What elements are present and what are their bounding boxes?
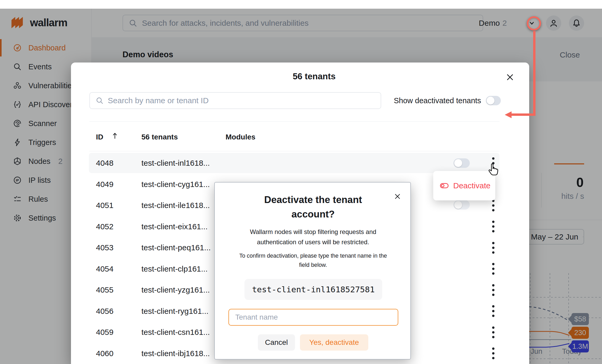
deactivate-confirm-modal: Deactivate the tenant account? Wallarm n… [214,182,411,360]
confirm-modal-close-button[interactable] [394,193,401,200]
tenant-id: 4049 [96,180,114,189]
tenant-id: 4056 [96,307,114,316]
toggle-knob [454,159,462,167]
tenant-id: 4054 [96,264,114,273]
tenant-id: 4051 [96,201,114,210]
tenants-modal-title: 56 tenants [71,71,557,81]
show-deactivated-toggle[interactable] [486,96,501,105]
toggle-knob [487,97,494,105]
tenant-name: test-client-eix161... [141,222,208,231]
tenants-modal-close-button[interactable] [505,72,515,82]
tenant-id: 4052 [96,222,114,231]
search-icon [96,97,104,105]
tenant-id: 4060 [96,349,114,358]
sort-ascending-icon[interactable] [111,132,119,140]
row-actions-menu-button[interactable] [487,199,499,211]
row-actions-menu-button[interactable] [487,326,499,338]
tenants-table-header: ID 56 tenants Modules [71,133,529,147]
row-actions-menu-button[interactable] [487,242,499,254]
tenant-name: test-client-ile1618... [141,201,210,210]
tenant-search-placeholder: Search by name or tenant ID [108,96,209,105]
tenant-name: test-client-ibj1618... [141,349,210,358]
column-header-id[interactable]: ID [96,133,103,141]
row-actions-menu: Deactivate [433,171,495,200]
row-actions-menu-button[interactable] [487,305,499,317]
deactivate-toggle-icon [440,181,449,190]
close-icon [505,72,515,82]
column-header-modules[interactable]: Modules [226,133,256,141]
divider [89,121,499,122]
tenant-name: test-client-cyg161... [141,180,210,189]
row-actions-menu-button[interactable] [487,263,499,275]
tenant-id: 4048 [96,159,114,168]
annotation-circle-highlight [527,16,541,30]
annotation-arrow-line-vertical [533,31,535,113]
close-icon [394,193,401,200]
tenant-search-input[interactable]: Search by name or tenant ID [89,92,381,109]
deactivate-menu-item[interactable]: Deactivate [440,181,491,190]
confirm-modal-title: Deactivate the tenant account? [242,193,384,221]
tenant-name: test-client-clp161... [141,264,208,273]
divider [89,151,499,151]
table-row[interactable]: 4048 test-client-inl1618... [71,152,529,174]
column-header-name[interactable]: 56 tenants [141,133,178,141]
tenant-name: test-client-csn161... [141,328,210,337]
tenant-name: test-client-yzg161... [141,285,210,294]
show-deactivated-label: Show deactivated tenants [394,96,481,105]
tenant-name: test-client-peq161... [141,243,211,252]
mouse-cursor-pointer [487,163,499,177]
tenant-name-placeholder: Tenant name [235,313,278,321]
row-actions-menu-button[interactable] [487,284,499,296]
cancel-button[interactable]: Cancel [258,334,295,351]
deactivate-menu-label: Deactivate [453,181,491,190]
row-actions-menu-button[interactable] [487,347,499,360]
tenant-id: 4053 [96,243,114,252]
tenant-name: test-client-ryg161... [141,307,208,316]
tenant-name-input[interactable]: Tenant name [228,309,398,326]
tenant-id: 4055 [96,285,114,294]
tenant-code-chip: test-client-inl1618527581 [244,279,382,300]
tenant-name: test-client-inl1618... [141,159,210,168]
annotation-arrow-line-horizontal [511,113,535,116]
confirm-modal-body: Wallarm nodes will stop filtering reques… [237,227,389,247]
toggle-knob [454,201,462,209]
tenant-active-toggle[interactable] [453,158,470,168]
tenant-active-toggle[interactable] [453,200,470,210]
confirm-modal-hint: To confirm deactivation, please type the… [234,251,392,270]
yes-deactivate-button[interactable]: Yes, deactivate [300,334,368,351]
tenant-id: 4059 [96,328,114,337]
annotation-arrowhead-left [505,111,512,118]
row-actions-menu-button[interactable] [487,221,499,233]
